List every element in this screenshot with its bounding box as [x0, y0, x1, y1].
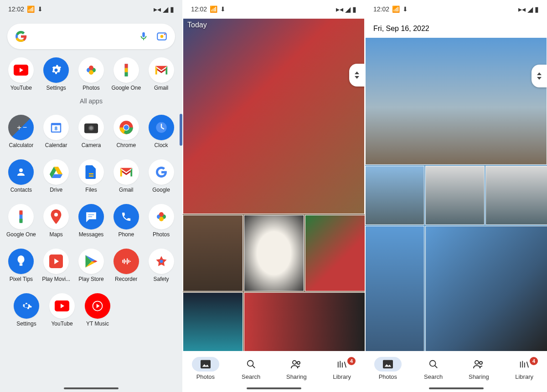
download-icon: ⬇ — [220, 5, 226, 13]
app-calculator[interactable]: ＋−Calculator — [5, 115, 37, 148]
nav-home-pill[interactable] — [247, 387, 301, 389]
app-files[interactable]: Files — [75, 159, 108, 193]
app-recorder[interactable]: Recorder — [110, 249, 143, 282]
library-icon — [337, 360, 347, 369]
library-icon — [519, 360, 529, 369]
svg-point-25 — [159, 212, 164, 217]
nav-home-pill[interactable] — [64, 387, 119, 389]
lens-icon[interactable] — [156, 31, 168, 42]
cell-icon: ◢ — [527, 5, 533, 14]
fast-scroll-handle[interactable] — [532, 65, 547, 87]
photo-thumbnail[interactable] — [183, 292, 243, 351]
wifi-icon: ▸◂ — [518, 5, 526, 14]
gear-icon — [50, 64, 62, 76]
nav-sharing[interactable]: Sharing — [456, 357, 502, 380]
chevron-down-icon — [537, 77, 542, 80]
app-google[interactable]: Google — [145, 159, 178, 193]
photo-thumbnail[interactable] — [183, 18, 365, 214]
photo-thumbnail[interactable] — [305, 215, 365, 291]
svg-point-1 — [160, 35, 164, 38]
status-bar: 12:02 📶 ⬇ ▸◂ ◢ ▮ — [0, 0, 182, 18]
app-youtube[interactable]: YouTube — [5, 57, 37, 91]
app-photos[interactable]: Photos — [75, 57, 108, 91]
cell-icon: ◢ — [163, 5, 168, 14]
calculator-icon: ＋− — [15, 123, 27, 132]
clock-icon — [155, 121, 168, 134]
app-play-store[interactable]: Play Store — [75, 249, 108, 282]
app-messages[interactable]: Messages — [75, 204, 108, 238]
nav-library[interactable]: 4Library — [319, 357, 365, 380]
gmail-icon — [119, 167, 133, 178]
app-pixel-tips[interactable]: Pixel Tips — [5, 249, 37, 282]
app-chrome[interactable]: Chrome — [110, 115, 143, 148]
waveform-icon — [120, 257, 132, 265]
photo-grid[interactable]: Today — [183, 18, 365, 351]
photo-thumbnail[interactable] — [183, 215, 243, 291]
image-icon — [201, 360, 211, 369]
photos-screen-date: 12:02📶⬇ ▸◂◢▮ Fri, Sep 16, 2022 Photos Se… — [365, 0, 547, 392]
search-bar[interactable] — [7, 24, 175, 49]
bottom-nav: Photos Search Sharing 4Library — [183, 351, 365, 392]
photo-thumbnail[interactable] — [425, 226, 547, 351]
photo-thumbnail[interactable] — [365, 37, 547, 165]
app-drawer-screen: 12:02 📶 ⬇ ▸◂ ◢ ▮ YouTube Settings Photos… — [0, 0, 182, 392]
camera-icon — [84, 122, 98, 133]
app-photos-2[interactable]: Photos — [145, 204, 178, 238]
svg-text:8: 8 — [55, 126, 57, 131]
people-icon — [291, 360, 302, 369]
app-gmail[interactable]: Gmail — [145, 57, 178, 91]
photo-thumbnail[interactable] — [485, 166, 547, 225]
svg-rect-33 — [201, 360, 211, 368]
chrome-icon — [119, 120, 134, 135]
svg-point-26 — [159, 217, 164, 221]
nav-photos[interactable]: Photos — [365, 357, 411, 380]
photo-thumbnail[interactable] — [425, 166, 485, 225]
app-gmail-2[interactable]: Gmail — [110, 159, 143, 193]
nav-library[interactable]: 4Library — [501, 357, 547, 380]
nav-search[interactable]: Search — [411, 357, 456, 380]
svg-point-22 — [54, 213, 58, 216]
nav-sharing[interactable]: Sharing — [274, 357, 320, 380]
app-phone[interactable]: Phone — [110, 204, 143, 238]
svg-point-16 — [124, 125, 129, 130]
photo-grid[interactable] — [365, 37, 547, 351]
svg-point-34 — [247, 360, 253, 366]
app-settings-2[interactable]: Settings — [10, 293, 43, 327]
battery-icon: ▮ — [352, 5, 356, 14]
photo-thumbnail[interactable] — [365, 226, 424, 351]
app-google-one-2[interactable]: Google One — [5, 204, 37, 238]
svg-rect-20 — [20, 210, 23, 214]
bulb-icon — [16, 255, 26, 268]
photo-thumbnail[interactable] — [365, 166, 424, 225]
notification-badge: 4 — [347, 357, 356, 365]
app-maps[interactable]: Maps — [40, 204, 72, 238]
app-youtube-2[interactable]: YouTube — [46, 293, 78, 327]
battery-icon: ▮ — [535, 5, 539, 14]
phone-icon — [121, 211, 132, 222]
app-settings[interactable]: Settings — [40, 57, 72, 91]
app-calendar[interactable]: 8Calendar — [40, 115, 72, 148]
app-google-one[interactable]: Google One — [110, 57, 143, 91]
mic-icon[interactable] — [139, 31, 149, 41]
app-camera[interactable]: Camera — [75, 115, 108, 148]
google-one-icon — [123, 63, 129, 77]
app-safety[interactable]: Safety — [145, 249, 178, 282]
photo-thumbnail[interactable] — [244, 292, 365, 351]
app-clock[interactable]: Clock — [145, 115, 178, 148]
date-header: Fri, Sep 16, 2022 — [365, 18, 547, 37]
nav-photos[interactable]: Photos — [183, 357, 228, 380]
photo-thumbnail[interactable] — [244, 215, 304, 291]
app-grid[interactable]: ＋−Calculator 8Calendar Camera Chrome Clo… — [0, 109, 182, 392]
app-yt-music[interactable]: YT Music — [81, 293, 114, 327]
photos-icon — [155, 210, 168, 224]
status-time: 12:02 — [8, 5, 24, 13]
app-play-movies[interactable]: Play Movi... — [40, 249, 72, 282]
nav-search[interactable]: Search — [228, 357, 274, 380]
svg-point-30 — [160, 260, 163, 263]
people-icon — [473, 360, 484, 369]
chevron-down-icon — [355, 76, 359, 79]
app-drive[interactable]: Drive — [40, 159, 72, 193]
fast-scroll-handle[interactable] — [349, 64, 365, 87]
app-contacts[interactable]: Contacts — [5, 159, 37, 193]
nav-home-pill[interactable] — [429, 387, 484, 389]
